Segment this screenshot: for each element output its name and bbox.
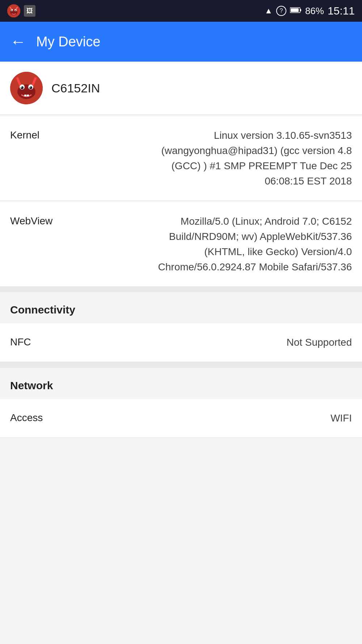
nfc-label: NFC (10, 335, 31, 348)
kernel-section: Kernel Linux version 3.10.65-svn3513 (wa… (0, 116, 362, 201)
network-section-header: Network (0, 368, 362, 399)
question-icon: ? (276, 6, 286, 16)
nfc-row: NFC Not Supported (0, 323, 362, 362)
nfc-value: Not Supported (286, 335, 352, 350)
device-avatar (10, 72, 43, 104)
back-button[interactable]: ← (10, 33, 26, 51)
webview-section: WebView Mozilla/5.0 (Linux; Android 7.0;… (0, 202, 362, 286)
devil-avatar-icon (10, 72, 43, 104)
svg-point-16 (30, 87, 31, 88)
svg-point-4 (12, 10, 13, 11)
webview-label: WebView (10, 214, 52, 227)
svg-point-15 (21, 87, 22, 88)
svg-rect-7 (300, 9, 301, 11)
access-label: Access (10, 411, 43, 424)
nfc-section: NFC Not Supported (0, 323, 362, 362)
section-divider-2 (0, 362, 362, 368)
kernel-row: Kernel Linux version 3.10.65-svn3513 (wa… (0, 116, 362, 201)
kernel-label: Kernel (10, 128, 39, 141)
webview-row: WebView Mozilla/5.0 (Linux; Android 7.0;… (0, 202, 362, 286)
page-title: My Device (36, 34, 100, 50)
status-bar-left: 🖼 (7, 4, 35, 17)
webview-value: Mozilla/5.0 (Linux; Android 7.0; C6152 B… (130, 214, 352, 275)
status-right-icons: ▲ ? 86% 15:11 (265, 5, 355, 17)
access-row: Access WIFI (0, 399, 362, 438)
svg-rect-17 (24, 95, 26, 96)
svg-point-5 (15, 10, 16, 11)
app-bar: ← My Device (0, 22, 362, 62)
back-arrow-icon: ← (10, 33, 26, 51)
svg-rect-18 (27, 95, 29, 96)
network-title: Network (10, 379, 53, 391)
device-header: C6152IN (0, 62, 362, 115)
battery-percentage: 86% (305, 5, 324, 17)
svg-rect-8 (291, 8, 299, 12)
status-bar: 🖼 ▲ ? 86% 15:11 (0, 0, 362, 22)
network-section: Access WIFI (0, 399, 362, 438)
wifi-icon: ▲ (265, 6, 273, 16)
time-display: 15:11 (328, 5, 355, 17)
device-id: C6152IN (51, 81, 100, 95)
kernel-value: Linux version 3.10.65-svn3513 (wangyongh… (130, 128, 352, 189)
access-value: WIFI (331, 411, 352, 426)
connectivity-title: Connectivity (10, 304, 75, 316)
section-divider-1 (0, 286, 362, 292)
app-icon-devil (7, 4, 20, 17)
gallery-icon: 🖼 (24, 5, 35, 17)
connectivity-section-header: Connectivity (0, 292, 362, 323)
bottom-space (0, 438, 362, 583)
battery-icon (290, 7, 302, 15)
